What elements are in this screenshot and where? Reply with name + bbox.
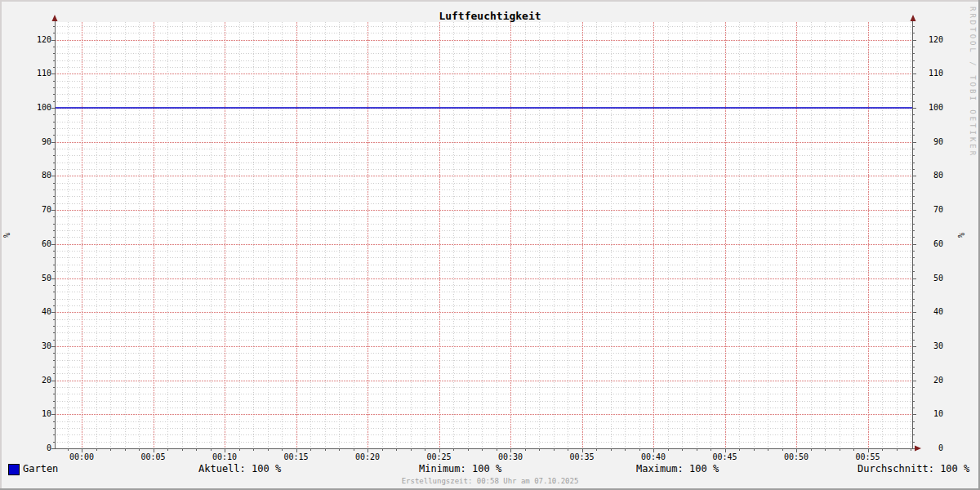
y-axis-arrow-right: [911, 15, 916, 21]
x-axis-tick-label: 00:25: [421, 452, 457, 462]
y-axis-unit-right: %: [955, 229, 966, 241]
plot-area: [55, 22, 913, 448]
y-axis-tick-label: 90: [19, 136, 51, 148]
legend-stat-maximum: Maximum: 100 %: [636, 463, 719, 474]
x-axis-tick-label: 00:50: [778, 452, 814, 462]
y-axis-tick-label: 50: [911, 273, 943, 284]
y-axis-tick-label: 90: [911, 136, 943, 148]
y-axis-tick-label: 120: [911, 34, 943, 46]
legend-stat-minimum: Minimum: 100 %: [419, 463, 501, 474]
legend-stat-durchschnitt: Durchschnitt: 100 %: [858, 463, 969, 474]
rrdtool-graph: Luftfeuchtigkeit 01020304050607080901001…: [0, 0, 980, 490]
x-axis-tick-label: 00:00: [64, 452, 100, 462]
x-axis-tick-label: 00:55: [850, 452, 886, 462]
y-axis-tick-label: 20: [911, 375, 943, 386]
x-axis-tick-label: 00:05: [136, 452, 172, 462]
legend-stat-aktuell: Aktuell: 100 %: [198, 463, 281, 474]
y-axis-tick-label: 10: [19, 408, 51, 420]
y-axis-tick-label: 0: [19, 443, 51, 454]
y-axis-tick-label: 30: [911, 341, 943, 352]
chart-canvas: [0, 0, 980, 490]
y-axis-tick-label: 100: [19, 102, 51, 114]
y-axis-tick-label: 10: [911, 408, 943, 420]
y-axis-tick-label: 70: [19, 204, 51, 216]
y-axis-unit-left: %: [2, 229, 13, 241]
y-axis-tick-label: 80: [19, 170, 51, 181]
x-axis-tick-label: 00:30: [492, 452, 528, 462]
y-axis-tick-label: 0: [911, 443, 943, 454]
y-axis-tick-label: 80: [911, 170, 943, 181]
legend-series-label: Garten: [23, 463, 58, 474]
rrdtool-watermark: RRDTOOL / TOBI OETIKER: [969, 7, 977, 158]
y-axis-tick-label: 60: [19, 238, 51, 250]
y-axis-tick-label: 100: [911, 102, 943, 114]
x-axis-tick-label: 00:15: [278, 452, 314, 462]
y-axis-tick-label: 30: [19, 341, 51, 352]
legend-swatch-garten: [8, 464, 20, 475]
y-axis-tick-label: 50: [19, 273, 51, 284]
y-axis-tick-label: 120: [19, 34, 51, 46]
creation-time: Erstellungszeit: 00:58 Uhr am 07.10.2025: [0, 477, 980, 485]
y-axis-tick-label: 110: [19, 68, 51, 79]
y-axis-tick-label: 110: [911, 68, 943, 79]
y-axis-tick-label: 20: [19, 375, 51, 386]
x-axis-tick-label: 00:10: [207, 452, 243, 462]
x-axis-tick-label: 00:40: [635, 452, 671, 462]
y-axis-tick-label: 60: [911, 238, 943, 250]
y-axis-tick-label: 40: [911, 306, 943, 318]
x-axis-tick-label: 00:20: [350, 452, 385, 462]
y-axis-tick-label: 40: [19, 306, 51, 318]
y-axis-arrow-left: [52, 15, 58, 21]
x-axis-tick-label: 00:35: [564, 452, 600, 462]
x-axis-tick-label: 00:45: [707, 452, 743, 462]
y-axis-tick-label: 70: [911, 204, 943, 216]
